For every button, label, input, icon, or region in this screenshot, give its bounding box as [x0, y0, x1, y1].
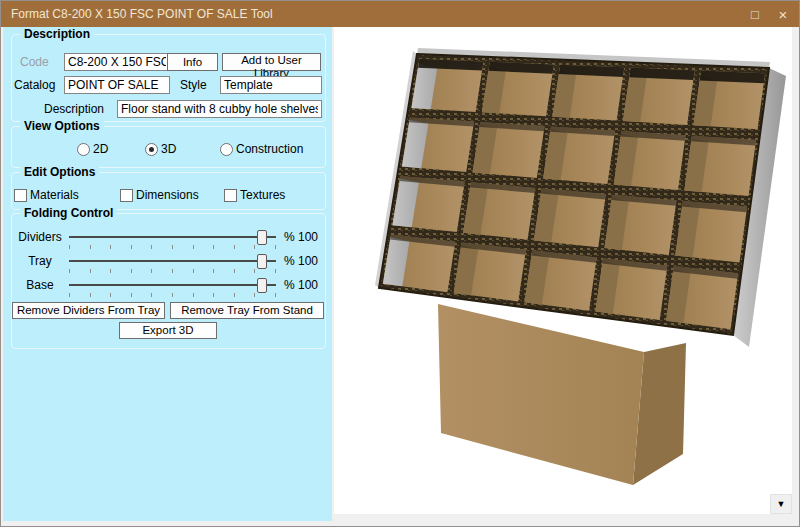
remove-tray-from-stand-button[interactable]: Remove Tray From Stand [170, 302, 324, 319]
dividers-slider-row: Dividers % 100 [12, 228, 325, 250]
code-input[interactable] [64, 53, 170, 71]
checkbox-dimensions-label: Dimensions [136, 187, 199, 203]
folding-control-group: Folding Control Dividers % 100 Tray % 10… [11, 213, 326, 349]
info-button[interactable]: Info [167, 53, 218, 71]
catalog-input[interactable] [64, 76, 170, 94]
maximize-icon: □ [751, 7, 759, 22]
tray-slider-track[interactable] [69, 260, 276, 262]
description-group: Description Code Info Add to User Librar… [11, 34, 326, 122]
viewport-3d[interactable]: ▼ [334, 27, 792, 514]
description-label: Description [44, 101, 104, 117]
description-group-label: Description [20, 27, 94, 41]
edit-options-group-label: Edit Options [20, 165, 99, 179]
view-options-group: View Options 2D 3D Construction [11, 126, 326, 168]
view-options-group-label: View Options [20, 119, 104, 133]
radio-construction[interactable] [220, 143, 233, 156]
dividers-slider-label: Dividers [16, 229, 64, 245]
base-slider-ticks [69, 293, 277, 297]
style-label: Style [180, 77, 207, 93]
checkbox-dimensions[interactable] [120, 189, 133, 202]
add-to-user-library-button[interactable]: Add to User Library [222, 53, 321, 71]
checkbox-materials-label: Materials [30, 187, 79, 203]
app-window: Format C8-200 X 150 FSC POINT OF SALE To… [0, 0, 800, 527]
catalog-label: Catalog [14, 77, 55, 93]
base-slider-row: Base % 100 [12, 276, 325, 298]
style-input[interactable] [220, 76, 322, 94]
radio-3d[interactable] [145, 143, 158, 156]
tray-slider-ticks [69, 269, 277, 273]
radio-2d-label: 2D [93, 141, 108, 157]
folding-control-group-label: Folding Control [20, 206, 117, 220]
radio-2d[interactable] [77, 143, 90, 156]
control-panel: Description Code Info Add to User Librar… [3, 27, 332, 521]
dividers-slider-value: % 100 [284, 229, 318, 245]
base-slider-track[interactable] [69, 284, 276, 286]
tray-slider-value: % 100 [284, 253, 318, 269]
dividers-slider-ticks [69, 245, 277, 249]
radio-3d-label: 3D [161, 141, 176, 157]
tray-slider-thumb[interactable] [257, 254, 267, 269]
close-button[interactable]: × [769, 1, 797, 27]
dividers-slider-thumb[interactable] [257, 230, 267, 245]
titlebar[interactable]: Format C8-200 X 150 FSC POINT OF SALE To… [1, 1, 799, 27]
export-3d-button[interactable]: Export 3D [119, 322, 217, 339]
dividers-slider-track[interactable] [69, 236, 276, 238]
chevron-down-icon: ▼ [777, 499, 786, 509]
tray-slider-row: Tray % 100 [12, 252, 325, 274]
base-slider-thumb[interactable] [257, 278, 267, 293]
close-icon: × [779, 6, 788, 23]
base-slider-label: Base [16, 277, 64, 293]
radio-construction-label: Construction [236, 141, 303, 157]
remove-dividers-from-tray-button[interactable]: Remove Dividers From Tray [12, 302, 165, 319]
tray-slider-label: Tray [16, 253, 64, 269]
base-slider-value: % 100 [284, 277, 318, 293]
window-title: Format C8-200 X 150 FSC POINT OF SALE To… [11, 7, 273, 21]
checkbox-textures-label: Textures [240, 187, 285, 203]
checkbox-materials[interactable] [14, 189, 27, 202]
code-label: Code [20, 54, 49, 70]
edit-options-group: Edit Options Materials Dimensions Textur… [11, 172, 326, 210]
description-input[interactable] [117, 100, 322, 118]
pos-stand-3d-render [334, 27, 792, 514]
checkbox-textures[interactable] [224, 189, 237, 202]
viewport-scroll-down-button[interactable]: ▼ [770, 494, 792, 514]
maximize-button[interactable]: □ [741, 1, 769, 27]
